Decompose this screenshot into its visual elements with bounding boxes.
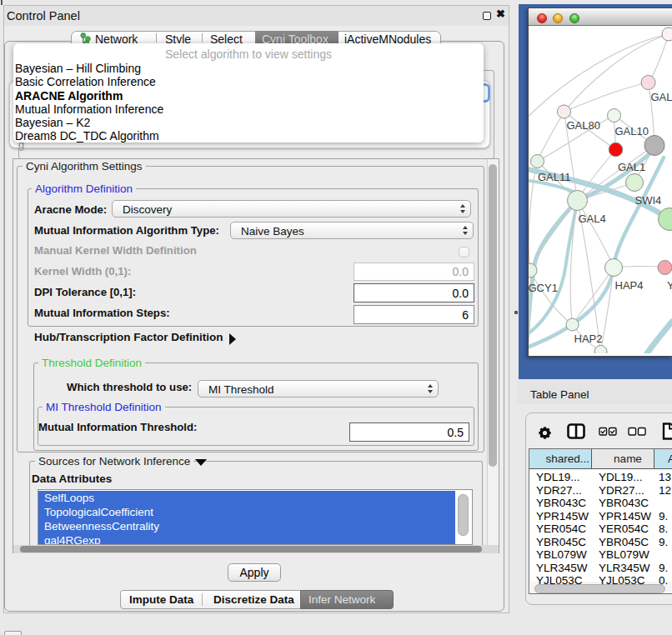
svg-text:Y: Y [667, 279, 672, 292]
svg-text:GCY1: GCY1 [529, 282, 558, 294]
svg-text:GAL4: GAL4 [579, 212, 606, 225]
svg-text:GAL1: GAL1 [618, 161, 645, 173]
svg-text:HAP4: HAP4 [615, 279, 644, 292]
svg-text:GAL: GAL [651, 91, 672, 103]
svg-text:SWI4: SWI4 [635, 194, 662, 207]
svg-text:GAL10: GAL10 [615, 125, 649, 138]
svg-text:GAL11: GAL11 [538, 171, 571, 183]
svg-text:GAL80: GAL80 [567, 119, 600, 132]
svg-text:HAP2: HAP2 [574, 332, 603, 345]
